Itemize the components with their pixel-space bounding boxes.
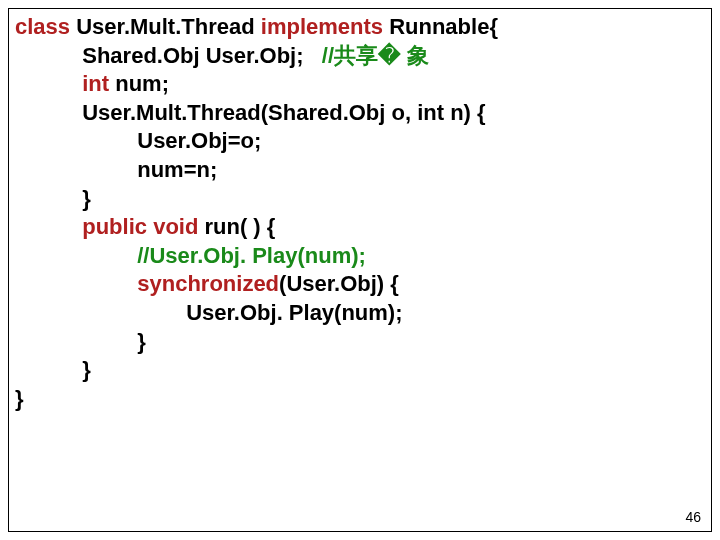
- code-line: synchronized(User.Obj) {: [15, 270, 705, 299]
- code-text: Runnable{: [383, 14, 498, 39]
- comment: //User.Obj. Play(num);: [137, 243, 366, 268]
- code-line: class User.Mult.Thread implements Runnab…: [15, 13, 705, 42]
- code-line: //User.Obj. Play(num);: [15, 242, 705, 271]
- code-text: run( ) {: [198, 214, 275, 239]
- code-line: }: [15, 185, 705, 214]
- code-text: (User.Obj) {: [279, 271, 399, 296]
- code-line: User.Obj=o;: [15, 127, 705, 156]
- code-line: int num;: [15, 70, 705, 99]
- code-line: }: [15, 356, 705, 385]
- keyword-implements: implements: [261, 14, 383, 39]
- code-line: User.Mult.Thread(Shared.Obj o, int n) {: [15, 99, 705, 128]
- code-text: num;: [109, 71, 169, 96]
- code-text: User.Mult.Thread: [70, 14, 261, 39]
- code-line: User.Obj. Play(num);: [15, 299, 705, 328]
- code-line: }: [15, 385, 705, 414]
- page-number: 46: [685, 509, 701, 525]
- code-text: Shared.Obj User.Obj;: [15, 43, 322, 68]
- keyword-class: class: [15, 14, 70, 39]
- code-box: class User.Mult.Thread implements Runnab…: [8, 8, 712, 532]
- keyword-void: void: [153, 214, 198, 239]
- comment: //共享� 象: [322, 43, 429, 68]
- code-text: [15, 243, 137, 268]
- code-line: }: [15, 328, 705, 357]
- code-line: public void run( ) {: [15, 213, 705, 242]
- keyword-public: public: [15, 214, 147, 239]
- keyword-int: int: [15, 71, 109, 96]
- code-line: num=n;: [15, 156, 705, 185]
- code-line: Shared.Obj User.Obj; //共享� 象: [15, 42, 705, 71]
- keyword-synchronized: synchronized: [15, 271, 279, 296]
